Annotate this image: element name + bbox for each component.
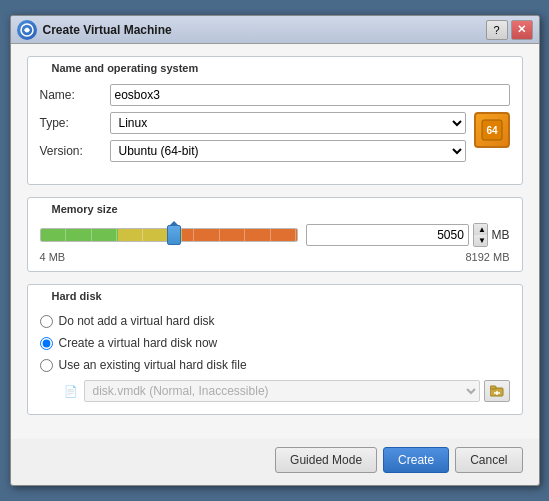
svg-rect-4 bbox=[490, 386, 496, 389]
type-version-rows: Type: Linux Windows Mac OS X Other bbox=[40, 112, 510, 168]
radio-existing-disk[interactable] bbox=[40, 359, 53, 372]
radio-no-disk[interactable] bbox=[40, 315, 53, 328]
name-field-wrapper bbox=[110, 84, 510, 106]
radio-row-2: Create a virtual hard disk now bbox=[40, 334, 510, 352]
memory-min-label: 4 MB bbox=[40, 251, 66, 263]
memory-input-group: ▲ ▼ MB bbox=[306, 223, 510, 247]
svg-text:64: 64 bbox=[486, 125, 498, 136]
disk-file-row: 📄 disk.vmdk (Normal, Inaccessible) bbox=[64, 378, 510, 404]
name-row: Name: bbox=[40, 84, 510, 106]
harddisk-inner: Do not add a virtual hard disk Create a … bbox=[28, 306, 522, 414]
type-select-wrapper: Linux Windows Mac OS X Other bbox=[110, 112, 466, 134]
close-button[interactable]: ✕ bbox=[511, 20, 533, 40]
main-content: Name and operating system Name: Type: bbox=[11, 44, 539, 439]
disk-icon: 📄 bbox=[64, 385, 78, 398]
cancel-button[interactable]: Cancel bbox=[455, 447, 522, 473]
window-title: Create Virtual Machine bbox=[43, 23, 172, 37]
guided-mode-button[interactable]: Guided Mode bbox=[275, 447, 377, 473]
create-vm-window: Create Virtual Machine ? ✕ Name and oper… bbox=[10, 15, 540, 486]
name-input[interactable] bbox=[110, 84, 510, 106]
radio-create-disk-label[interactable]: Create a virtual hard disk now bbox=[59, 336, 218, 350]
memory-max-label: 8192 MB bbox=[465, 251, 509, 263]
help-button[interactable]: ? bbox=[486, 20, 508, 40]
version-row: Version: Ubuntu (64-bit) Ubuntu (32-bit)… bbox=[40, 140, 466, 162]
radio-row-3: Use an existing virtual hard disk file bbox=[40, 356, 510, 374]
titlebar-icon bbox=[17, 20, 37, 40]
harddisk-header: Hard disk bbox=[28, 285, 522, 306]
memory-unit: MB bbox=[492, 228, 510, 242]
memory-spinbox: ▲ ▼ bbox=[473, 223, 488, 247]
version-select-wrapper: Ubuntu (64-bit) Ubuntu (32-bit) Debian (… bbox=[110, 140, 466, 162]
type-select[interactable]: Linux Windows Mac OS X Other bbox=[110, 112, 466, 134]
name-os-inner: Name: Type: Linux Windows bbox=[28, 78, 522, 184]
disk-browse-button[interactable] bbox=[484, 380, 510, 402]
memory-header: Memory size bbox=[28, 198, 522, 219]
titlebar: Create Virtual Machine ? ✕ bbox=[11, 16, 539, 44]
name-label: Name: bbox=[40, 88, 110, 102]
titlebar-buttons: ? ✕ bbox=[486, 20, 533, 40]
version-select[interactable]: Ubuntu (64-bit) Ubuntu (32-bit) Debian (… bbox=[110, 140, 466, 162]
create-button[interactable]: Create bbox=[383, 447, 449, 473]
slider-track-container bbox=[40, 224, 298, 246]
radio-create-disk[interactable] bbox=[40, 337, 53, 350]
harddisk-title: Hard disk bbox=[44, 286, 110, 306]
memory-section: Memory size bbox=[27, 197, 523, 272]
slider-container: ▲ ▼ MB 4 MB 8192 MB bbox=[28, 219, 522, 271]
version-label: Version: bbox=[40, 144, 110, 158]
harddisk-section: Hard disk Do not add a virtual hard disk… bbox=[27, 284, 523, 415]
type-label: Type: bbox=[40, 116, 110, 130]
radio-row-1: Do not add a virtual hard disk bbox=[40, 312, 510, 330]
footer: Guided Mode Create Cancel bbox=[11, 439, 539, 485]
memory-title: Memory size bbox=[44, 199, 126, 219]
memory-spin-down[interactable]: ▼ bbox=[474, 235, 488, 246]
name-os-header: Name and operating system bbox=[28, 57, 522, 78]
name-os-section: Name and operating system Name: Type: bbox=[27, 56, 523, 185]
radio-no-disk-label[interactable]: Do not add a virtual hard disk bbox=[59, 314, 215, 328]
os-icon: 64 bbox=[474, 112, 510, 148]
type-fields: Type: Linux Windows Mac OS X Other bbox=[40, 112, 466, 168]
radio-existing-disk-label[interactable]: Use an existing virtual hard disk file bbox=[59, 358, 247, 372]
titlebar-left: Create Virtual Machine bbox=[17, 20, 172, 40]
disk-file-select[interactable]: disk.vmdk (Normal, Inaccessible) bbox=[84, 380, 480, 402]
slider-labels: 4 MB 8192 MB bbox=[40, 251, 510, 263]
disk-select-wrapper: disk.vmdk (Normal, Inaccessible) bbox=[84, 380, 480, 402]
memory-spin-up[interactable]: ▲ bbox=[474, 224, 488, 235]
slider-row: ▲ ▼ MB bbox=[40, 223, 510, 247]
type-row: Type: Linux Windows Mac OS X Other bbox=[40, 112, 466, 134]
memory-value-input[interactable] bbox=[306, 224, 469, 246]
name-os-title: Name and operating system bbox=[44, 58, 207, 78]
